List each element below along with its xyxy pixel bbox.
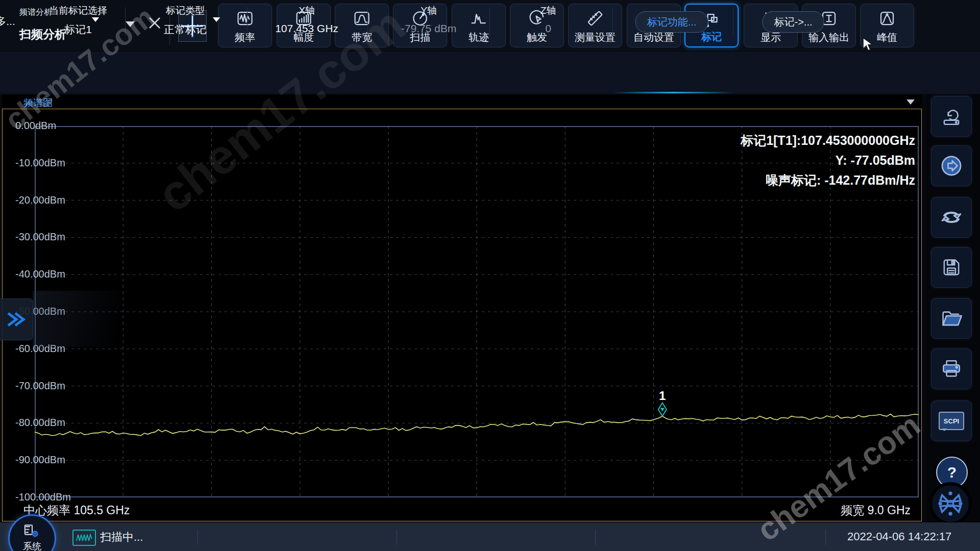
- app-subtitle: 频谱分析: [19, 7, 52, 18]
- navigate-button[interactable]: [929, 482, 972, 525]
- preset-icon: [940, 105, 963, 128]
- tab-dropdown-icon[interactable]: [126, 21, 135, 27]
- marker-readout-noise: 噪声标记: -142.77dBm/Hz: [741, 170, 915, 190]
- continue-button[interactable]: [931, 145, 972, 186]
- measure-setup-icon: [586, 9, 604, 28]
- marker-to-button[interactable]: 标记->...: [762, 11, 824, 33]
- restart-icon: [940, 206, 963, 229]
- x-axis-label: X轴: [299, 4, 315, 17]
- y-axis-tick-label: -30.00dBm: [15, 231, 65, 243]
- divider: [247, 7, 248, 36]
- marker-type-value[interactable]: 正常标记: [164, 22, 207, 37]
- y-axis-tick-label: -20.00dBm: [15, 194, 65, 206]
- y-axis-value: -79.75 dBm: [401, 22, 457, 35]
- current-marker-label: 当前标记选择: [49, 4, 107, 17]
- divider: [368, 7, 368, 36]
- toolbar-label: 频率: [235, 32, 255, 43]
- toolbar-label: 触发: [527, 32, 547, 43]
- marker-parameter-bar: [0, 51, 980, 94]
- current-marker-dropdown-icon[interactable]: [92, 17, 99, 22]
- divider: [397, 530, 397, 545]
- open-folder-icon: [940, 307, 963, 330]
- continue-icon: [940, 154, 963, 178]
- expand-flyout-tab[interactable]: [0, 298, 33, 340]
- panel-collapse-icon[interactable]: [906, 99, 915, 105]
- mouse-cursor: [862, 37, 875, 52]
- toolbar-label: 显示: [761, 32, 781, 43]
- measure-setup-button[interactable]: 测量设置: [568, 4, 622, 47]
- toolbar-label: 自动设置: [633, 32, 674, 43]
- status-bar: [0, 522, 980, 551]
- marker-function-button[interactable]: 标记功能...: [635, 11, 708, 33]
- current-marker-value[interactable]: 标记1: [64, 22, 92, 37]
- divider: [595, 530, 596, 545]
- toolbar-label: 测量设置: [575, 32, 616, 43]
- marker-readout-amplitude: Y: -77.05dBm: [741, 151, 915, 170]
- toolbar-label: 标记: [701, 31, 722, 42]
- marker-readout-frequency: 标记1[T1]:107.453000000GHz: [741, 131, 915, 151]
- peak-icon: [878, 9, 896, 28]
- sweep-status-text: 扫描中...: [100, 530, 143, 545]
- scpi-label: SCPI: [944, 417, 959, 425]
- datetime: 2022-04-06 14:22:17: [847, 530, 951, 543]
- divider: [125, 7, 126, 36]
- double-chevron-right-icon: [0, 299, 33, 340]
- frequency-button[interactable]: 频率: [218, 4, 272, 47]
- marker-type-dropdown-icon[interactable]: [213, 17, 220, 22]
- marker-readout: 标记1[T1]:107.453000000GHz Y: -77.05dBm 噪声…: [741, 131, 915, 190]
- toolbar-label: 峰值: [877, 32, 897, 43]
- divider: [198, 530, 198, 545]
- y-axis-tick-label: -90.00dBm: [15, 454, 65, 466]
- toolbar-label: 带宽: [352, 32, 372, 43]
- y-axis-tick-label: -40.00dBm: [15, 268, 65, 280]
- trace-icon: [470, 9, 488, 28]
- trace-button[interactable]: 轨迹: [452, 4, 506, 47]
- navigate-icon: [936, 489, 965, 518]
- z-axis-label: Z轴: [541, 4, 556, 17]
- help-icon: ?: [947, 464, 957, 481]
- app-title: 扫频分析: [19, 27, 66, 42]
- flyout-shadow: [33, 291, 119, 347]
- toolbar-label: 输入输出: [808, 32, 849, 43]
- save-button[interactable]: [931, 247, 972, 288]
- y-axis-tick-label: -80.00dBm: [15, 417, 65, 429]
- divider: [855, 7, 856, 36]
- divider: [612, 7, 613, 36]
- panel-title: 频谱图: [23, 96, 53, 110]
- y-axis-tick-label: 0.00dBm: [15, 120, 56, 132]
- divider: [733, 7, 733, 36]
- more-button[interactable]: 更多...: [0, 14, 15, 29]
- z-axis-value: 0: [545, 22, 551, 35]
- y-axis-tick-label: -10.00dBm: [15, 157, 65, 169]
- y-axis-label: Y轴: [421, 4, 437, 17]
- open-button[interactable]: [931, 298, 972, 339]
- sweep-status-icon: [72, 530, 96, 546]
- active-column-glow: [612, 92, 734, 93]
- bandwidth-button[interactable]: 带宽: [335, 4, 389, 47]
- preset-button[interactable]: [931, 96, 972, 137]
- scpi-button[interactable]: SCPI: [931, 400, 972, 441]
- save-icon: [940, 256, 963, 279]
- system-button-label: 系统: [23, 540, 41, 551]
- span-readout: 频宽 9.0 GHz: [841, 503, 911, 518]
- toolbar-label: 轨迹: [469, 32, 489, 43]
- divider: [825, 530, 826, 545]
- close-tab-icon[interactable]: [147, 15, 162, 31]
- y-axis-tick-label: -70.00dBm: [15, 380, 65, 392]
- x-axis-value[interactable]: 107.453 GHz: [275, 22, 338, 35]
- frequency-icon: [236, 9, 254, 28]
- y-axis-tick-label: -100.00dBm: [15, 491, 71, 503]
- restart-button[interactable]: [931, 197, 972, 238]
- svg-text:1: 1: [659, 389, 666, 403]
- marker-type-label: 标记类型: [166, 4, 205, 17]
- bandwidth-icon: [353, 9, 371, 28]
- divider: [489, 7, 490, 36]
- print-button[interactable]: [931, 348, 972, 389]
- print-icon: [940, 358, 963, 380]
- system-icon: [23, 524, 41, 539]
- scpi-icon: SCPI: [939, 412, 964, 430]
